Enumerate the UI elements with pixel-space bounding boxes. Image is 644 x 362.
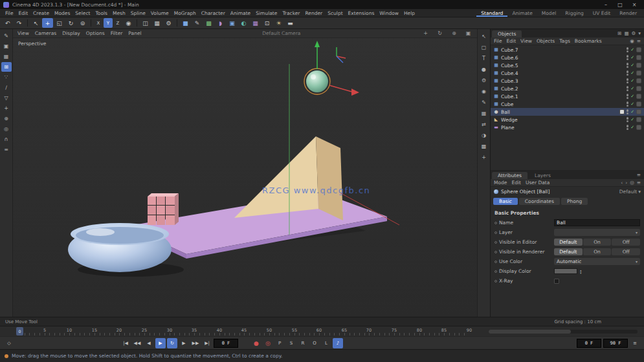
phong-tag[interactable] [636, 101, 641, 107]
menu-animate[interactable]: Animate [228, 10, 253, 16]
viewport-canvas[interactable]: RZCG www.qdcgfb.cn Perspective [13, 38, 477, 317]
object-manager-icon[interactable]: ▢ [479, 43, 489, 52]
menu-mesh[interactable]: Mesh [110, 10, 128, 16]
object-row-cube[interactable]: ▦ Cube ✓ [491, 100, 644, 108]
move-gizmo-x-arrow[interactable] [351, 89, 359, 96]
menu-window[interactable]: Window [377, 10, 401, 16]
record-button[interactable]: ● [251, 338, 261, 348]
tweak-mode-button[interactable]: + [1, 103, 12, 113]
maximize-view-icon[interactable]: ▣ [464, 30, 472, 36]
tab-coordinates[interactable]: Coordinates [519, 198, 560, 205]
enabled-check[interactable]: ✓ [630, 94, 634, 99]
menu-render[interactable]: Render [302, 10, 325, 16]
am-menu-icon[interactable]: ≡ [637, 172, 641, 178]
object-row-cube1[interactable]: ▦ Cube.1 ✓ [491, 92, 644, 100]
object-row-cube6[interactable]: ▦ Cube.6 ✓ [491, 54, 644, 61]
enabled-check[interactable]: ✓ [630, 101, 634, 107]
layout-tab-rigging[interactable]: Rigging [561, 9, 588, 17]
render-picture-viewer-button[interactable]: ▦ [151, 18, 162, 28]
floor-menu[interactable]: ▬ [285, 18, 296, 28]
menu-modes[interactable]: Modes [52, 10, 72, 16]
previous-key-button[interactable]: ◀◀ [132, 338, 142, 348]
menu-select[interactable]: Select [72, 10, 93, 16]
timeline-playhead[interactable]: 0 [16, 327, 23, 335]
object-name[interactable]: Ball [501, 109, 510, 115]
object-name[interactable]: Wedge [501, 117, 518, 123]
menu-spline[interactable]: Spline [128, 10, 148, 16]
phong-tag[interactable] [636, 78, 641, 83]
object-row-cube5[interactable]: ▦ Cube.5 ✓ [491, 61, 644, 69]
axis-x-lock[interactable]: X [94, 18, 103, 28]
uv-grid-panel-icon[interactable]: ▦ [479, 109, 489, 118]
keyframe-parameter-toggle[interactable]: O [309, 338, 320, 348]
visibility-dots[interactable] [627, 63, 629, 68]
visibility-dots[interactable] [627, 70, 629, 76]
wedge-side-face[interactable] [316, 136, 343, 220]
om-menu-objects[interactable]: Objects [537, 38, 555, 44]
live-selection-tool[interactable]: ↖ [30, 18, 41, 28]
display-color-swatch[interactable] [554, 268, 577, 274]
menu-extensions[interactable]: Extensions [346, 10, 377, 16]
visibility-dots[interactable] [627, 117, 629, 122]
settings-gear-icon[interactable]: ⚙ [479, 76, 489, 85]
search-icon[interactable]: ◉ [630, 38, 634, 44]
zoom-view-icon[interactable]: ⊕ [450, 30, 458, 36]
maximize-button[interactable]: □ [614, 1, 627, 8]
pan-view-icon[interactable]: + [421, 30, 430, 36]
phong-tag[interactable] [636, 63, 641, 68]
pointer-panel-icon[interactable]: ↖ [479, 32, 489, 41]
keyframe-scale-toggle[interactable]: S [286, 338, 296, 348]
time-panel-icon[interactable]: ◑ [479, 131, 489, 140]
menu-mograph[interactable]: MoGraph [172, 10, 199, 16]
visibility-dots[interactable] [627, 86, 629, 91]
coordinate-system-toggle[interactable]: ◉ [123, 18, 134, 28]
render-queue-icon[interactable]: ◉ [479, 87, 489, 96]
texture-tag[interactable] [619, 109, 625, 114]
autokey-button[interactable]: ◎ [263, 338, 273, 348]
tab-basic[interactable]: Basic [493, 198, 518, 205]
name-input[interactable] [554, 219, 640, 226]
material-grid-icon[interactable]: ▩ [479, 142, 489, 151]
phong-tag[interactable] [636, 86, 641, 91]
current-frame-field[interactable]: 0 F [214, 339, 238, 348]
visibility-dots[interactable] [627, 101, 629, 107]
visibility-dots[interactable] [627, 47, 629, 52]
menu-character[interactable]: Character [199, 10, 228, 16]
undo-button[interactable]: ↶ [2, 18, 13, 28]
menu-volume[interactable]: Volume [148, 10, 172, 16]
object-name[interactable]: Cube.2 [501, 86, 518, 92]
object-name[interactable]: Cube.3 [501, 78, 518, 84]
am-menu-userdata[interactable]: User Data [526, 180, 550, 186]
enabled-check[interactable]: ✓ [630, 63, 634, 68]
vp-menu-view[interactable]: View [17, 30, 29, 36]
object-row-ball[interactable]: ● Ball ✓ [491, 108, 644, 116]
history-forward-icon[interactable]: › [625, 180, 627, 186]
simulation-panel-icon[interactable]: ● [479, 65, 489, 74]
phong-tag[interactable] [636, 125, 641, 130]
light-menu[interactable]: ☀ [273, 18, 284, 28]
visible-renderer-on-button[interactable]: On [583, 248, 612, 255]
enabled-check[interactable]: ✓ [630, 109, 634, 114]
takes-panel-icon[interactable]: T [479, 54, 489, 63]
phong-tag[interactable] [636, 94, 641, 99]
visibility-dots[interactable] [627, 125, 629, 130]
edges-mode-button[interactable]: ∕ [1, 83, 12, 92]
range-end-field[interactable]: 90 F [603, 339, 628, 348]
om-picture-icon[interactable]: ▦ [624, 30, 628, 36]
viewport-solo-button[interactable]: ◎ [1, 124, 12, 134]
loop-toggle[interactable]: ↻ [167, 338, 177, 348]
rotate-tool[interactable]: ↻ [65, 18, 76, 28]
make-editable-button[interactable]: ✎ [1, 31, 12, 41]
om-menu-tags[interactable]: Tags [559, 38, 570, 44]
play-button[interactable]: ▶ [155, 338, 166, 348]
previous-frame-button[interactable]: ◀ [144, 338, 154, 348]
pen-panel-icon[interactable]: ✎ [479, 98, 489, 107]
visibility-dots[interactable] [627, 55, 629, 60]
texture-mode-button[interactable]: ▦ [1, 52, 12, 61]
object-row-cube4[interactable]: ▦ Cube.4 ✓ [491, 69, 644, 77]
sound-toggle[interactable]: ♪ [333, 338, 343, 348]
generators-menu[interactable]: ▩ [203, 18, 214, 28]
visible-renderer-default-button[interactable]: Default [554, 248, 583, 255]
render-settings-button[interactable]: ⚙ [163, 18, 174, 28]
workplane-mode-button[interactable]: ⊞ [1, 62, 12, 72]
